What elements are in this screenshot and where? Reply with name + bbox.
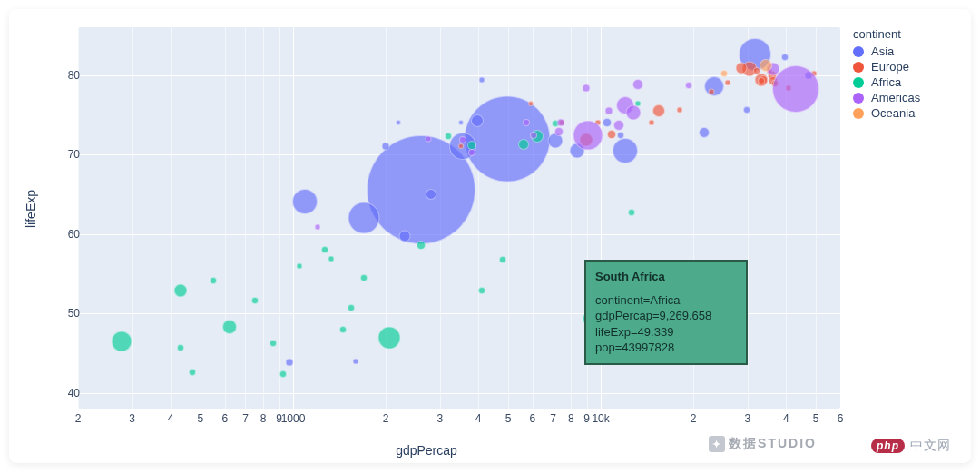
gridline-v-minor: [478, 27, 479, 409]
bubble-africa[interactable]: [360, 274, 368, 281]
bubble-americas[interactable]: [459, 136, 466, 143]
tooltip-line: continent=Africa: [595, 292, 737, 309]
bubble-americas[interactable]: [426, 135, 432, 142]
x-tick: 3: [436, 412, 443, 425]
tooltip-title: South Africa: [595, 269, 737, 285]
bubble-africa[interactable]: [173, 283, 187, 297]
bubble-asia[interactable]: [704, 76, 724, 96]
legend-label: Americas: [871, 91, 920, 104]
x-tick: 5: [813, 412, 819, 425]
legend-swatch-icon: [853, 46, 864, 57]
bubble-europe[interactable]: [753, 67, 760, 74]
x-tick: 9: [583, 412, 590, 425]
bubble-asia[interactable]: [781, 54, 789, 61]
bubble-americas[interactable]: [604, 106, 612, 114]
bubble-africa[interactable]: [321, 246, 328, 253]
legend-item-asia[interactable]: Asia: [853, 44, 920, 58]
bubble-americas[interactable]: [468, 149, 475, 156]
bubble-europe[interactable]: [528, 101, 534, 106]
bubble-asia[interactable]: [426, 189, 436, 200]
bubble-africa[interactable]: [222, 320, 237, 334]
x-tick: 7: [550, 412, 556, 425]
x-tick: 10k: [592, 412, 609, 425]
bubble-americas[interactable]: [523, 119, 530, 126]
bubble-europe[interactable]: [607, 130, 616, 139]
x-tick: 2: [691, 412, 697, 425]
x-tick: 5: [198, 412, 204, 425]
x-tick: 8: [568, 412, 574, 425]
bubble-asia[interactable]: [398, 231, 410, 242]
bubble-europe[interactable]: [735, 62, 747, 74]
bubble-europe[interactable]: [649, 120, 655, 126]
bubble-europe[interactable]: [758, 77, 765, 84]
x-tick: 7: [242, 412, 249, 425]
bubble-africa[interactable]: [467, 141, 476, 150]
legend-item-oceania[interactable]: Oceania: [853, 106, 920, 120]
legend-swatch-icon: [853, 108, 864, 119]
bubble-africa[interactable]: [628, 209, 635, 216]
bubble-europe[interactable]: [676, 107, 682, 114]
bubble-asia[interactable]: [292, 189, 318, 214]
bubble-europe[interactable]: [458, 143, 464, 149]
bubble-americas[interactable]: [632, 79, 643, 90]
bubble-africa[interactable]: [297, 262, 303, 269]
bubble-americas[interactable]: [554, 127, 564, 136]
bubble-asia[interactable]: [382, 143, 390, 151]
gridline-v-minor: [571, 27, 572, 409]
bubble-africa[interactable]: [445, 133, 452, 140]
gridline-v-minor: [279, 27, 280, 409]
bubble-asia[interactable]: [471, 114, 484, 127]
bubble-africa[interactable]: [270, 340, 277, 347]
bubble-europe[interactable]: [708, 88, 714, 94]
bubble-africa[interactable]: [377, 327, 400, 350]
bubble-africa[interactable]: [416, 241, 426, 250]
bubble-africa[interactable]: [518, 139, 529, 150]
bubble-asia[interactable]: [458, 120, 464, 125]
legend-item-americas[interactable]: Americas: [853, 91, 920, 104]
x-tick: 8: [260, 412, 267, 425]
bubble-americas[interactable]: [556, 119, 564, 127]
bubble-americas[interactable]: [530, 132, 537, 139]
bubble-africa[interactable]: [478, 287, 485, 294]
bubble-africa[interactable]: [328, 255, 335, 262]
bubble-americas[interactable]: [582, 84, 590, 93]
bubble-asia[interactable]: [478, 76, 485, 83]
bubble-americas[interactable]: [685, 82, 692, 89]
bubble-americas[interactable]: [613, 120, 624, 131]
bubble-americas[interactable]: [573, 121, 603, 151]
bubble-americas[interactable]: [314, 223, 320, 230]
wechat-icon: ✦: [709, 436, 725, 452]
bubble-africa[interactable]: [348, 304, 355, 311]
bubble-oceania[interactable]: [760, 59, 772, 72]
x-tick: 1000: [281, 412, 306, 425]
gridline-h: [78, 393, 840, 394]
bubble-africa[interactable]: [499, 256, 506, 263]
bubble-asia[interactable]: [396, 120, 401, 125]
bubble-asia[interactable]: [617, 132, 624, 139]
bubble-americas[interactable]: [626, 104, 642, 120]
tooltip-line: gdpPercap=9,269.658: [595, 308, 737, 324]
bubble-europe[interactable]: [724, 80, 730, 86]
bubble-africa[interactable]: [251, 297, 259, 304]
bubble-oceania[interactable]: [720, 70, 728, 77]
bubble-africa[interactable]: [339, 326, 347, 333]
bubble-asia[interactable]: [603, 118, 612, 127]
bubble-africa[interactable]: [112, 331, 132, 351]
bubble-asia[interactable]: [353, 358, 359, 364]
legend-label: Europe: [871, 60, 909, 74]
x-tick: 6: [221, 412, 228, 425]
bubble-africa[interactable]: [177, 344, 184, 351]
bubble-asia[interactable]: [286, 359, 294, 367]
bubble-asia[interactable]: [743, 106, 750, 114]
bubble-europe[interactable]: [652, 104, 665, 117]
legend-item-europe[interactable]: Europe: [853, 60, 920, 74]
x-tick: 2: [75, 412, 82, 425]
bubble-asia[interactable]: [348, 202, 380, 234]
legend-item-africa[interactable]: Africa: [853, 75, 920, 89]
bubble-asia[interactable]: [612, 138, 638, 163]
y-tick: 80: [62, 69, 80, 82]
bubble-africa[interactable]: [189, 369, 196, 376]
bubble-asia[interactable]: [699, 127, 710, 138]
bubble-africa[interactable]: [210, 277, 217, 284]
bubble-africa[interactable]: [279, 370, 287, 378]
